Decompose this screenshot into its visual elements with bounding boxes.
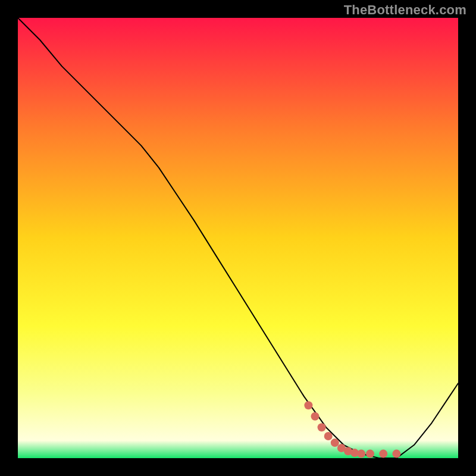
highlight-dot bbox=[324, 432, 333, 440]
highlight-dot bbox=[392, 450, 400, 458]
highlight-dot bbox=[311, 412, 320, 421]
plot-area bbox=[18, 18, 458, 458]
highlight-dot bbox=[318, 423, 326, 431]
highlight-dot bbox=[331, 439, 339, 447]
highlight-dot bbox=[366, 450, 374, 458]
chart-svg bbox=[18, 18, 458, 458]
chart-frame: TheBottleneck.com bbox=[0, 0, 476, 476]
gradient-background bbox=[18, 18, 458, 458]
highlight-dot bbox=[379, 450, 387, 458]
highlight-dot bbox=[304, 401, 312, 409]
highlight-dot bbox=[357, 450, 365, 458]
watermark-text: TheBottleneck.com bbox=[344, 2, 466, 18]
